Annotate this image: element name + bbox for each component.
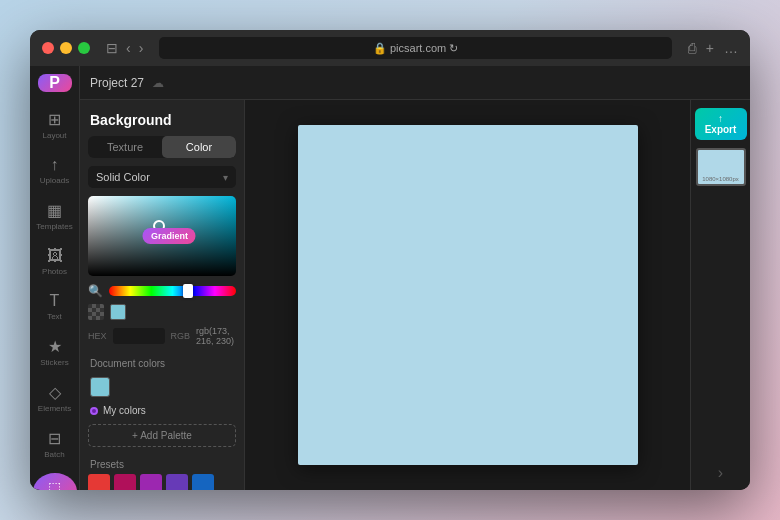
traffic-lights: [42, 42, 90, 54]
sidebar-item-background[interactable]: ⬚ Background: [33, 473, 77, 490]
chevron-down-icon: ▾: [223, 172, 228, 183]
rgb-label: RGB: [171, 331, 191, 341]
presets-row: [80, 474, 244, 490]
doc-color-swatch[interactable]: [90, 377, 110, 397]
tab-texture[interactable]: Texture: [88, 136, 162, 158]
doc-colors-title: Document colors: [80, 354, 244, 373]
text-icon: T: [50, 292, 60, 310]
batch-icon: ⊟: [48, 429, 61, 448]
address-bar[interactable]: 🔒 picsart.com ↻: [159, 37, 671, 59]
sidebar-label-uploads: Uploads: [40, 176, 69, 185]
share-icon[interactable]: ⎙: [688, 40, 696, 56]
forward-icon[interactable]: ›: [139, 40, 144, 56]
content-area: Project 27 ☁ Background Texture Color: [80, 66, 750, 490]
panel-collapse-icon[interactable]: ›: [718, 464, 723, 482]
hex-rgb-row: HEX RGB rgb(173, 216, 230): [88, 326, 236, 346]
upload-icon: ↑: [51, 156, 59, 174]
templates-icon: ▦: [47, 201, 62, 220]
browser-chrome: ⊟ ‹ › 🔒 picsart.com ↻ ⎙ + …: [30, 30, 750, 66]
browser-actions: ⎙ + …: [688, 40, 738, 56]
app-logo[interactable]: P: [38, 74, 72, 92]
preset-color-5[interactable]: [192, 474, 214, 490]
canvas-thumbnail[interactable]: 1080×1080px: [696, 148, 746, 186]
new-tab-icon[interactable]: +: [706, 40, 714, 56]
photos-icon: 🖼: [47, 247, 63, 265]
more-icon[interactable]: …: [724, 40, 738, 56]
texture-color-tabs[interactable]: Texture Color: [88, 136, 236, 158]
presets-title: Presets: [80, 455, 244, 474]
sidebar-label-stickers: Stickers: [40, 358, 68, 367]
close-button[interactable]: [42, 42, 54, 54]
my-colors-row[interactable]: My colors: [80, 403, 244, 420]
sidebar-item-templates[interactable]: ▦ Templates: [33, 195, 77, 237]
panel-title: Background: [90, 112, 172, 128]
sidebar-label-photos: Photos: [42, 267, 67, 276]
background-icon: ⬚: [48, 479, 61, 490]
panel-header: Background: [80, 100, 244, 136]
my-colors-label: My colors: [103, 405, 146, 416]
rgb-value: rgb(173, 216, 230): [196, 326, 236, 346]
right-sidebar: ↑ Export 1080×1080px ›: [690, 100, 750, 490]
refresh-icon[interactable]: ↻: [449, 42, 458, 55]
canvas-area[interactable]: [245, 100, 690, 490]
checker-icon: [88, 304, 104, 320]
sidebar-item-elements[interactable]: ◇ Elements: [33, 377, 77, 419]
hex-input[interactable]: [113, 328, 165, 344]
browser-nav: ⊟ ‹ ›: [106, 40, 143, 56]
radio-dot[interactable]: [90, 407, 98, 415]
solid-color-dropdown[interactable]: Solid Color ▾: [88, 166, 236, 188]
hue-handle[interactable]: [183, 284, 193, 298]
thumbnail-label: 1080×1080px: [702, 176, 739, 182]
sidebar-label-text: Text: [47, 312, 62, 321]
hue-slider-row: 🔍: [88, 284, 236, 298]
sidebar-item-photos[interactable]: 🖼 Photos: [33, 241, 77, 282]
doc-colors-row: [80, 373, 244, 403]
preset-color-2[interactable]: [114, 474, 136, 490]
tab-color[interactable]: Color: [162, 136, 236, 158]
stickers-icon: ★: [48, 337, 62, 356]
icon-sidebar: P ⊞ Layout ↑ Uploads ▦ Templates 🖼 Photo…: [30, 66, 80, 490]
eyedropper-icon[interactable]: 🔍: [88, 284, 103, 298]
layout-icon: ⊞: [48, 110, 61, 129]
color-gradient-picker[interactable]: Gradient: [88, 196, 236, 276]
top-toolbar: Project 27 ☁: [80, 66, 750, 100]
cloud-icon: ☁: [152, 76, 164, 90]
sidebar-item-layout[interactable]: ⊞ Layout: [33, 104, 77, 146]
sidebar-item-uploads[interactable]: ↑ Uploads: [33, 150, 77, 191]
background-panel: Background Texture Color Solid Color ▾: [80, 100, 245, 490]
sidebar-item-text[interactable]: T Text: [33, 286, 77, 327]
minimize-button[interactable]: [60, 42, 72, 54]
color-swatch[interactable]: [110, 304, 126, 320]
back-icon[interactable]: ‹: [126, 40, 131, 56]
sidebar-item-batch[interactable]: ⊟ Batch: [33, 423, 77, 465]
preset-color-4[interactable]: [166, 474, 188, 490]
export-button[interactable]: ↑ Export: [695, 108, 747, 140]
gradient-popup[interactable]: Gradient: [143, 228, 196, 244]
project-name: Project 27: [90, 76, 144, 90]
lock-icon: 🔒: [373, 42, 387, 55]
elements-icon: ◇: [49, 383, 61, 402]
nav-icon: ⊟: [106, 40, 118, 56]
opacity-row: [88, 304, 236, 320]
app-body: P ⊞ Layout ↑ Uploads ▦ Templates 🖼 Photo…: [30, 66, 750, 490]
hex-label: HEX: [88, 331, 107, 341]
sidebar-label-elements: Elements: [38, 404, 71, 413]
add-palette-button[interactable]: + Add Palette: [88, 424, 236, 447]
sidebar-label-batch: Batch: [44, 450, 64, 459]
preset-color-3[interactable]: [140, 474, 162, 490]
dropdown-label: Solid Color: [96, 171, 150, 183]
sidebar-label-layout: Layout: [42, 131, 66, 140]
canvas-surface: [298, 125, 638, 465]
preset-color-1[interactable]: [88, 474, 110, 490]
maximize-button[interactable]: [78, 42, 90, 54]
url-text: picsart.com: [390, 42, 446, 54]
sidebar-item-stickers[interactable]: ★ Stickers: [33, 331, 77, 373]
sidebar-label-templates: Templates: [36, 222, 72, 231]
hue-slider[interactable]: [109, 286, 236, 296]
main-row: Background Texture Color Solid Color ▾: [80, 100, 750, 490]
